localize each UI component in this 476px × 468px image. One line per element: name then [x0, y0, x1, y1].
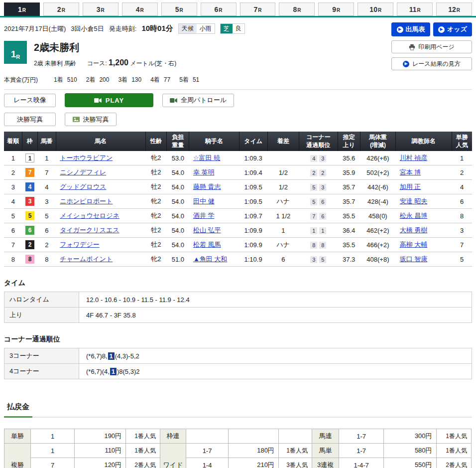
race-tab-3r[interactable]: 3R	[83, 2, 119, 16]
trainer-link[interactable]: 加用 正	[400, 183, 421, 190]
results-guide-button[interactable]: ▶ レース結果の見方	[391, 57, 472, 70]
horse-link[interactable]: メイショウセロジネ	[60, 212, 119, 219]
jockey-cell: 酒井 学	[189, 209, 239, 223]
trainer-link[interactable]: 川村 禎彦	[400, 154, 428, 161]
results-col-header: 枠	[22, 132, 38, 151]
patrol-video-button[interactable]: 全周パトロール	[162, 94, 234, 107]
trainer-link[interactable]: 松永 昌博	[400, 212, 428, 219]
separator	[4, 89, 472, 90]
race-tab-5r[interactable]: 5R	[161, 2, 197, 16]
horse-name-cell: フォワデジー	[56, 238, 145, 252]
horse-link[interactable]: ニシノデフィレ	[60, 168, 106, 176]
horse-link[interactable]: グッドグロウス	[60, 183, 106, 190]
last-3f: 35.7	[338, 180, 360, 194]
race-tab-1r[interactable]: 1R	[4, 2, 40, 16]
race-tab-number: 11	[409, 5, 417, 13]
corner-positions-cell: 22	[299, 165, 338, 180]
frame-badge: 6	[25, 226, 34, 235]
odds-button[interactable]: ▶ オッズ	[433, 22, 472, 36]
race-tab-6r[interactable]: 6R	[201, 2, 237, 16]
turf-condition-value: 良	[233, 24, 244, 33]
jockey-link[interactable]: 田中 健	[193, 197, 215, 205]
finish-position: 3	[4, 180, 22, 194]
corner-order-post: )8(5,3)2	[117, 368, 140, 375]
time-row-label: ハロンタイム	[4, 292, 79, 308]
result-row: 433ニホンピロポート牝254.0田中 健1:09.5ハナ5635.7428(-…	[4, 194, 472, 209]
horse-number: 5	[37, 209, 56, 223]
trainer-cell: 松永 昌博	[396, 209, 452, 223]
win-popularity: 4	[452, 180, 472, 194]
result-row: 111トーホウラビアン牝253.0☆富田 暁1:09.34335.6426(+6…	[4, 151, 472, 165]
jockey-link[interactable]: ▲角田 大和	[193, 255, 227, 263]
print-page-button[interactable]: 印刷用ページ	[391, 40, 472, 53]
finish-photo-label: 決勝写真	[17, 115, 43, 124]
frame-badge: 4	[25, 182, 34, 191]
arrow-right-icon: ▶	[397, 26, 403, 33]
race-tab-10r[interactable]: 10R	[357, 2, 393, 16]
jockey-link[interactable]: 酒井 学	[193, 212, 215, 219]
finish-photo-button[interactable]: 決勝写真	[4, 113, 56, 126]
finish-photo-icon-button[interactable]: 決勝写真	[65, 113, 117, 126]
corner-row-value: (*6,7)(4,1)8(5,3)2	[79, 364, 472, 379]
horse-number: 4	[37, 180, 56, 194]
jockey-link[interactable]: 松山 弘平	[193, 226, 221, 234]
jockey-cell: 松山 弘平	[189, 223, 239, 238]
play-button[interactable]: PLAY	[65, 93, 153, 107]
trainer-link[interactable]: 宮本 博	[400, 168, 421, 176]
payout-section-title: 払戻金	[4, 402, 32, 418]
body-weight: 428(-4)	[360, 194, 396, 209]
horse-link[interactable]: ニホンピロポート	[60, 197, 113, 205]
race-number: 1	[11, 49, 16, 60]
race-tab-12r[interactable]: 12R	[436, 2, 472, 16]
payout-amount: 190円	[74, 429, 125, 444]
win-popularity: 5	[452, 252, 472, 267]
race-tab-7r[interactable]: 7R	[240, 2, 276, 16]
jockey-link[interactable]: ☆富田 暁	[193, 154, 220, 161]
bet-combination: 1-7	[339, 444, 384, 458]
jockey-cell: 田中 健	[189, 194, 239, 209]
corner-position: 3	[319, 184, 326, 191]
race-tab-suffix: R	[337, 7, 340, 13]
race-tab-number: 2	[57, 5, 61, 13]
horse-link[interactable]: チャームポイント	[60, 255, 113, 263]
frame-cell: 4	[22, 180, 38, 194]
race-tab-8r[interactable]: 8R	[279, 2, 315, 16]
race-video-button[interactable]: レース映像	[4, 94, 56, 107]
prize-amount: 200	[99, 76, 109, 83]
horse-name-cell: チャームポイント	[56, 252, 145, 267]
finish-time: 1:10.9	[239, 252, 267, 267]
corner-position: 3	[310, 256, 317, 263]
trainer-link[interactable]: 大橋 勇樹	[400, 226, 428, 234]
finish-time: 1:09.9	[239, 238, 267, 252]
finish-time: 1:09.5	[239, 180, 267, 194]
entry-table-button[interactable]: ▶ 出馬表	[391, 22, 430, 36]
jockey-link[interactable]: 幸 英明	[193, 168, 215, 176]
trainer-link[interactable]: 安達 昭夫	[400, 197, 428, 205]
race-tab-number: 10	[369, 5, 377, 13]
horse-link[interactable]: タイガークリスエス	[60, 226, 119, 234]
start-time-value: 10時01分	[141, 24, 173, 33]
corner-position: 8	[319, 242, 326, 249]
bet-combination	[186, 429, 228, 444]
trainer-link[interactable]: 坂口 智康	[400, 255, 428, 263]
race-tab-9r[interactable]: 9R	[318, 2, 354, 16]
jockey-link[interactable]: 松若 風馬	[193, 241, 221, 248]
horse-link[interactable]: フォワデジー	[60, 241, 100, 248]
payout-amount: 300円	[383, 429, 436, 444]
horse-link[interactable]: トーホウラビアン	[60, 154, 113, 161]
results-col-header: 推定 上り	[338, 132, 360, 151]
results-col-header: 着差	[267, 132, 299, 151]
time-table-body: ハロンタイム12.0 - 10.6 - 10.9 - 11.5 - 11.9 -…	[4, 292, 472, 323]
corner-positions-cell: 35	[299, 252, 338, 267]
jockey-link[interactable]: 藤懸 貴志	[193, 183, 221, 190]
body-weight: 462(+2)	[360, 223, 396, 238]
payout-popularity: 1番人気	[436, 444, 471, 458]
body-weight: 442(-6)	[360, 180, 396, 194]
trainer-link[interactable]: 高柳 大輔	[400, 241, 428, 248]
race-tab-4r[interactable]: 4R	[122, 2, 158, 16]
race-tab-11r[interactable]: 11R	[397, 2, 433, 16]
corner-order-pre: (*6,7)8,	[86, 352, 108, 360]
result-row: 555メイショウセロジネ牝254.0酒井 学1:09.71 1/27635.54…	[4, 209, 472, 223]
bet-combination: 1-7	[186, 444, 228, 458]
race-tab-2r[interactable]: 2R	[43, 2, 79, 16]
